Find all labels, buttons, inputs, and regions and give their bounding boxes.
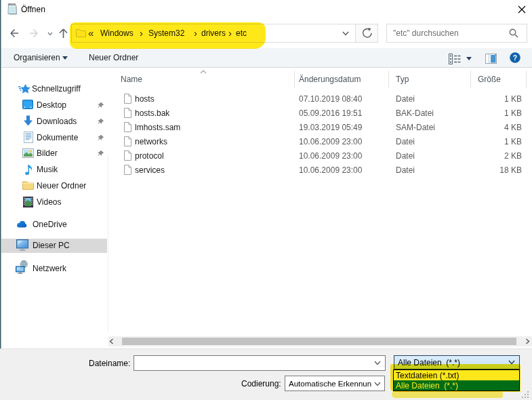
svg-text:?: ? xyxy=(513,54,517,62)
